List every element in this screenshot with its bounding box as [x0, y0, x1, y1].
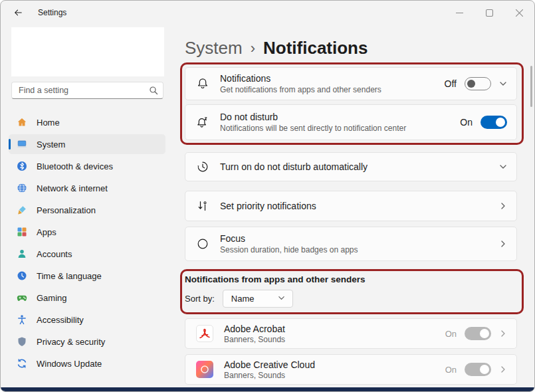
apps-section-heading: Notifications from apps and other sender…: [185, 274, 534, 284]
sort-row: Sort by: Name: [185, 289, 534, 308]
app-toggle-label: On: [445, 329, 457, 339]
apps-icon: [17, 227, 27, 237]
dnd-subtitle: Notifications will be sent directly to n…: [220, 124, 460, 133]
focus-title: Focus: [220, 233, 499, 244]
sidebar-item-label: Accessibility: [37, 315, 84, 325]
dnd-toggle-label: On: [460, 117, 473, 128]
dnd-auto-title: Turn on do not disturb automatically: [220, 161, 499, 172]
sidebar-item-label: Time & language: [37, 271, 102, 281]
maximize-icon: [486, 9, 493, 17]
home-icon: [17, 117, 27, 128]
bell-icon: [196, 77, 209, 90]
sidebar-item-label: Home: [37, 118, 60, 128]
sidebar-item-bluetooth-devices[interactable]: Bluetooth & devices: [9, 156, 165, 176]
sidebar-item-label: Accounts: [37, 249, 72, 259]
chevron-right-icon[interactable]: [499, 240, 507, 248]
sidebar-item-label: Gaming: [37, 293, 67, 303]
search-input[interactable]: [11, 82, 163, 99]
do-not-disturb-card[interactable]: Do not disturb Notifications will be sen…: [185, 104, 517, 140]
focus-subtitle: Session duration, hide badges on apps: [220, 245, 499, 254]
sidebar-item-time-language[interactable]: Time & language: [9, 266, 165, 286]
notifications-toggle[interactable]: [465, 77, 491, 90]
chevron-down-icon: [278, 294, 286, 302]
app-toggle-label: On: [445, 365, 457, 375]
sidebar-item-label: System: [37, 140, 65, 149]
privacy-security-icon: [17, 336, 27, 347]
minimize-button[interactable]: [445, 1, 475, 25]
sidebar-item-label: Bluetooth & devices: [37, 161, 113, 171]
priority-title: Set priority notifications: [220, 201, 499, 211]
priority-arrows-icon: [196, 199, 209, 213]
chevron-right-icon[interactable]: [499, 202, 507, 210]
bell-sleep-icon: [196, 116, 209, 129]
app-name: Adobe Acrobat: [224, 324, 445, 334]
sidebar-item-gaming[interactable]: Gaming: [9, 288, 165, 308]
window-title: Settings: [38, 8, 66, 17]
sidebar-item-home[interactable]: Home: [9, 112, 165, 132]
accounts-icon: [17, 248, 27, 259]
back-arrow-icon: [13, 8, 23, 17]
sidebar-item-system[interactable]: System: [9, 134, 165, 154]
back-button[interactable]: [7, 3, 29, 23]
sidebar-item-personalization[interactable]: Personalization: [9, 200, 165, 220]
bottom-window-edge: [1, 387, 534, 391]
chevron-right-icon[interactable]: [499, 330, 507, 338]
user-profile-redacted: [11, 27, 164, 76]
adobe-acrobat-icon: [196, 325, 213, 342]
notifications-title: Notifications: [220, 73, 445, 84]
sidebar-item-label: Apps: [37, 227, 56, 237]
app-row-adobe-acrobat[interactable]: Adobe Acrobat Banners, Sounds On: [185, 318, 517, 349]
windows-update-icon: [17, 358, 27, 369]
page-title: Notifications: [263, 38, 368, 58]
notifications-toggle-label: Off: [445, 78, 457, 89]
chevron-down-icon[interactable]: [499, 80, 507, 88]
close-icon: [516, 9, 523, 17]
breadcrumb-separator: ›: [251, 39, 255, 57]
sort-dropdown-value: Name: [231, 294, 255, 304]
search-box: [11, 82, 163, 99]
priority-notifications-card[interactable]: Set priority notifications: [185, 191, 517, 221]
breadcrumb-system[interactable]: System: [185, 38, 243, 58]
focus-card[interactable]: Focus Session duration, hide badges on a…: [185, 227, 517, 261]
system-icon: [17, 139, 27, 149]
sort-dropdown[interactable]: Name: [223, 290, 293, 308]
sidebar: Home System Bluetooth & devices Network …: [1, 25, 173, 389]
app-row-adobe-creative-cloud[interactable]: Adobe Creative Cloud Banners, Sounds On: [185, 354, 517, 385]
adobe-acrobat-toggle[interactable]: [465, 327, 491, 340]
gaming-icon: [17, 292, 27, 303]
focus-moon-icon: [196, 237, 209, 250]
app-subtitle: Banners, Sounds: [224, 335, 445, 344]
main-content: System › Notifications Notifications Get…: [173, 25, 534, 389]
minimize-icon: [456, 9, 463, 17]
personalization-icon: [17, 205, 27, 215]
adobe-creative-cloud-toggle[interactable]: [465, 363, 491, 376]
adobe-creative-cloud-icon: [196, 361, 213, 378]
scrollbar-thumb[interactable]: [530, 66, 532, 107]
dnd-title: Do not disturb: [220, 112, 460, 122]
sidebar-item-label: Personalization: [37, 205, 96, 215]
accessibility-icon: [17, 314, 27, 325]
chevron-right-icon[interactable]: [499, 365, 507, 373]
sort-by-label: Sort by:: [185, 294, 215, 304]
notifications-card[interactable]: Notifications Get notifications from app…: [185, 67, 517, 100]
settings-window: Settings Home: [0, 0, 535, 392]
sidebar-item-privacy-security[interactable]: Privacy & security: [9, 332, 165, 351]
time-language-icon: [17, 270, 27, 281]
sidebar-item-label: Windows Update: [37, 359, 102, 369]
titlebar: Settings: [1, 1, 534, 25]
sidebar-item-network-internet[interactable]: Network & internet: [9, 178, 165, 198]
maximize-button[interactable]: [475, 1, 504, 25]
sidebar-item-windows-update[interactable]: Windows Update: [9, 353, 165, 373]
dnd-auto-card[interactable]: Turn on do not disturb automatically: [185, 152, 517, 181]
sidebar-item-accessibility[interactable]: Accessibility: [9, 310, 165, 330]
sidebar-item-apps[interactable]: Apps: [9, 222, 165, 242]
sidebar-item-accounts[interactable]: Accounts: [9, 244, 165, 264]
sidebar-item-label: Privacy & security: [37, 337, 105, 347]
notifications-subtitle: Get notifications from apps and other se…: [220, 85, 445, 94]
clock-auto-icon: [196, 160, 209, 173]
dnd-toggle[interactable]: [481, 116, 507, 129]
app-name: Adobe Creative Cloud: [224, 359, 445, 370]
close-button[interactable]: [504, 1, 534, 25]
chevron-down-icon[interactable]: [499, 163, 507, 171]
network-icon: [17, 183, 27, 193]
